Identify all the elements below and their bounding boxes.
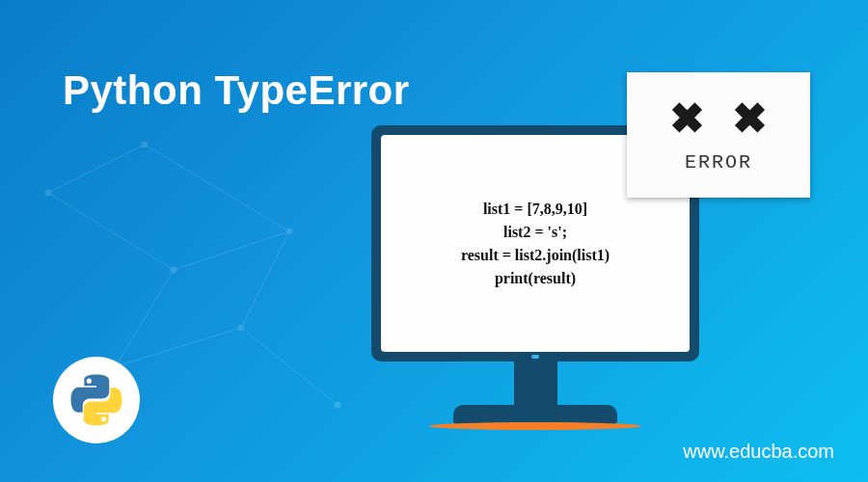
page-title: Python TypeError (63, 67, 410, 114)
svg-line-3 (174, 231, 289, 270)
svg-line-1 (116, 270, 174, 366)
svg-point-13 (142, 142, 148, 147)
python-logo-badge (53, 357, 140, 443)
svg-point-8 (45, 190, 51, 196)
svg-line-4 (241, 231, 289, 328)
python-icon (69, 373, 123, 427)
code-line-4: print(result) (461, 267, 610, 290)
x-icon: ✖ (732, 97, 768, 140)
svg-point-9 (171, 267, 176, 273)
monitor-stand (514, 362, 557, 405)
code-line-3: result = list2.join(list1) (461, 244, 610, 267)
svg-line-7 (241, 328, 338, 405)
svg-point-12 (286, 228, 292, 234)
code-line-1: list1 = [7,8,9,10] (461, 198, 610, 221)
x-icon: ✖ (669, 97, 705, 140)
code-block: list1 = [7,8,9,10] list2 = 's'; result =… (461, 198, 610, 290)
svg-point-14 (335, 402, 340, 408)
error-popup: ✖ ✖ ERROR (627, 72, 810, 198)
svg-point-11 (238, 325, 244, 331)
error-label: ERROR (685, 151, 752, 174)
svg-line-5 (48, 145, 145, 193)
monitor-power-button (531, 355, 539, 359)
monitor-base (453, 405, 617, 424)
svg-line-2 (116, 328, 241, 366)
svg-line-6 (145, 145, 289, 231)
svg-line-0 (48, 193, 174, 270)
error-icons: ✖ ✖ (669, 97, 768, 140)
code-line-2: list2 = 's'; (461, 221, 610, 244)
website-url: www.educba.com (683, 441, 834, 463)
